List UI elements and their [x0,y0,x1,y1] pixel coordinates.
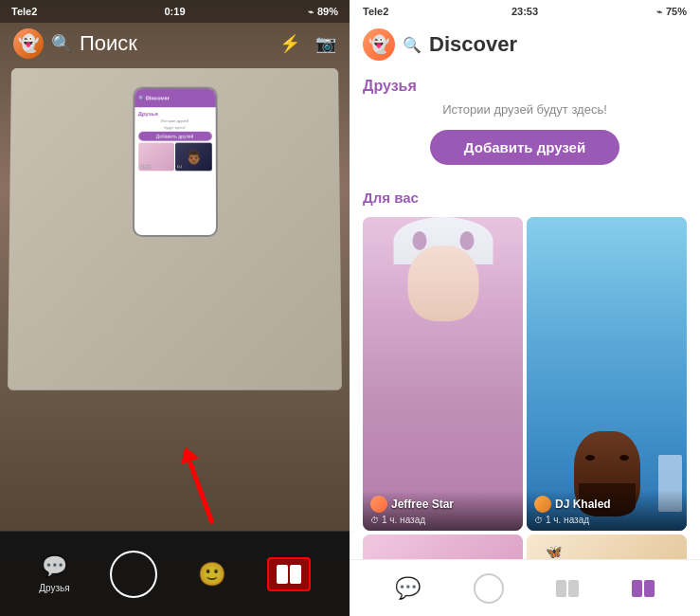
dj-time-text: 1 ч. назад [546,515,589,525]
right-nav-stories[interactable] [556,580,579,597]
right-status-right: ⌁ 75% [656,6,687,17]
clock-icon: ⏱ [370,516,379,525]
left-search-icon: 🔍 [51,33,72,54]
card-dj-khaled[interactable]: DJ Khaled ⏱ 1 ч. назад [527,217,687,531]
content-grid: Jeffree Star ⏱ 1 ч. назад [350,217,700,531]
right-bluetooth-icon: ⌁ [656,7,662,17]
right-time: 23:53 [512,6,538,17]
dj-eye-left [585,455,595,461]
right-nav-friends[interactable]: 💬 [395,576,421,601]
nav-item-friends[interactable]: 💬 Друзья [39,554,69,593]
nav-item-discover-highlighted[interactable] [267,557,311,591]
camera-circle-icon [110,551,157,598]
right-panel: Tele2 23:53 ⌁ 75% 👻 🔍 Discover Друзья Ис… [350,0,700,616]
jeffree-image [363,217,523,531]
flash-icon[interactable]: ⚡ [279,33,300,54]
right-search-icon[interactable]: 🔍 [403,36,422,54]
jeffree-card-info: Jeffree Star ⏱ 1 ч. назад [363,490,523,531]
left-header: 👻 🔍 Поиск ⚡ 📷 [0,21,350,66]
right-battery-label: 75% [666,6,687,17]
left-search-title[interactable]: Поиск [80,31,137,56]
jeffree-time-text: 1 ч. назад [382,515,425,525]
jeffree-face-area [403,226,483,350]
friends-section: Друзья Истории друзей будут здесь! Добав… [350,70,700,182]
jeffree-name: Jeffree Star [391,498,454,511]
right-header: 👻 🔍 Discover [350,23,700,70]
left-status-bar: Tele2 0:19 ⌁ 89% [0,0,350,23]
phone-grid: Jeffree 👨🏾 DJ [138,143,212,172]
left-header-right-icons: ⚡ 📷 [279,33,336,54]
right-stories-icon [556,580,579,597]
right-discover-icon [632,580,655,597]
for-you-section: Для вас [350,182,700,217]
butterfly-1: 🦋 [546,544,562,559]
left-panel: Tele2 0:19 ⌁ 89% 👻 🔍 Поиск ⚡ 📷 🔍 Discove… [0,0,350,616]
left-avatar[interactable]: 👻 [13,28,44,59]
jeffree-time: ⏱ 1 ч. назад [370,515,515,525]
nav-item-smiley[interactable]: 🙂 [198,561,226,588]
jeffree-avatar-row: Jeffree Star [370,496,515,513]
card-jeffree-star[interactable]: Jeffree Star ⏱ 1 ч. назад [363,217,523,531]
phone-mockup-header: 🔍 Discover [135,89,215,108]
jeffree-avatar-icon [370,496,387,513]
jeffree-ear-right [459,231,474,250]
left-time: 0:19 [164,6,185,17]
nav-friends-label: Друзья [39,583,69,593]
dj-avatar-icon [534,496,551,513]
dj-eye-right [619,455,629,461]
dj-avatar-row: DJ Khaled [534,496,679,513]
add-friends-button[interactable]: Добавить друзей [430,130,619,165]
jeffree-head [407,245,478,321]
camera-icon[interactable]: 📷 [315,33,336,54]
dj-name: DJ Khaled [555,498,611,511]
dj-time: ⏱ 1 ч. назад [534,515,679,525]
right-bottom-nav: 💬 [350,559,700,616]
for-you-title: Для вас [363,190,687,206]
left-bottom-nav: 💬 Друзья 🙂 [0,531,350,616]
left-status-right: ⌁ 89% [308,6,338,17]
laptop-screen-area: 🔍 Discover Друзья Истории друзей будут з… [8,68,342,390]
jeffree-ear-left [412,231,426,250]
bluetooth-icon: ⌁ [308,7,314,17]
friends-section-title: Друзья [363,78,687,95]
dj-image [527,217,687,531]
right-chat-icon: 💬 [395,576,421,601]
smiley-icon: 🙂 [198,561,226,588]
right-nav-discover[interactable] [632,580,655,597]
discover-double-icon [277,565,301,584]
right-header-title: Discover [429,32,517,57]
left-battery-label: 89% [317,6,338,17]
phone-mockup-body: Друзья Истории друзей будут здесь! Добав… [135,107,216,174]
right-carrier: Tele2 [363,6,388,17]
clock-icon-dj: ⏱ [534,516,543,525]
right-camera-circle [474,573,504,604]
right-status-bar: Tele2 23:53 ⌁ 75% [350,0,700,23]
right-avatar[interactable]: 👻 [363,28,395,61]
right-nav-camera[interactable] [474,573,504,604]
dj-card-info: DJ Khaled ⏱ 1 ч. назад [527,490,687,531]
left-carrier: Tele2 [11,6,37,17]
chat-icon: 💬 [42,554,67,579]
phone-mockup: 🔍 Discover Друзья Истории друзей будут з… [132,87,217,237]
nav-item-camera[interactable] [110,551,157,598]
friends-empty-text: Истории друзей будут здесь! [363,99,687,120]
